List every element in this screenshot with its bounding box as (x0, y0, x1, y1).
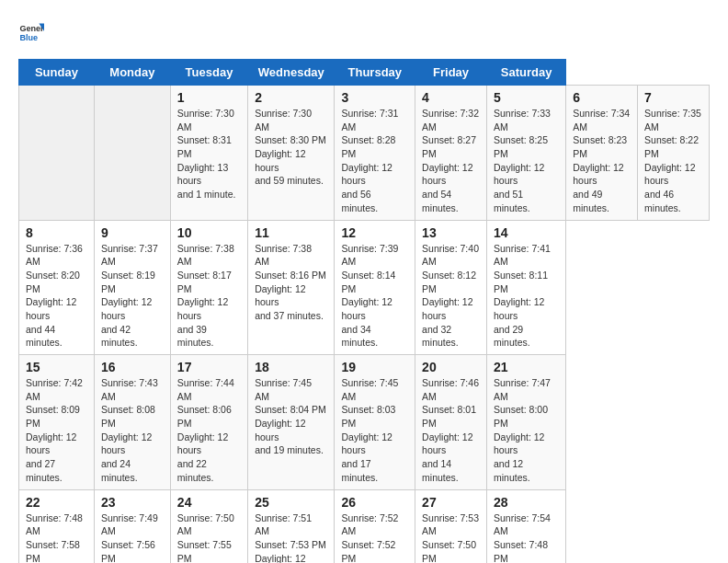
day-info: Sunrise: 7:42 AM Sunset: 8:09 PM Dayligh… (26, 376, 87, 485)
calendar-cell: 18 Sunrise: 7:45 AM Sunset: 8:04 PM Dayl… (248, 355, 335, 490)
calendar-cell: 5 Sunrise: 7:33 AM Sunset: 8:25 PM Dayli… (487, 86, 566, 221)
day-number: 13 (422, 225, 480, 240)
weekday-header-monday: Monday (94, 60, 170, 86)
day-info: Sunrise: 7:38 AM Sunset: 8:16 PM Dayligh… (255, 242, 327, 323)
calendar-cell: 4 Sunrise: 7:32 AM Sunset: 8:27 PM Dayli… (415, 86, 487, 221)
day-number: 19 (341, 360, 408, 374)
calendar-cell (19, 86, 95, 221)
day-number: 17 (177, 360, 241, 374)
day-info: Sunrise: 7:50 AM Sunset: 7:55 PM Dayligh… (177, 511, 241, 564)
calendar-cell: 7 Sunrise: 7:35 AM Sunset: 8:22 PM Dayli… (638, 86, 710, 221)
logo-icon: General Blue (18, 18, 44, 44)
day-info: Sunrise: 7:48 AM Sunset: 7:58 PM Dayligh… (26, 511, 87, 564)
day-number: 18 (255, 360, 327, 374)
calendar-cell: 25 Sunrise: 7:51 AM Sunset: 7:53 PM Dayl… (248, 489, 335, 563)
day-number: 14 (494, 225, 559, 240)
day-info: Sunrise: 7:33 AM Sunset: 8:25 PM Dayligh… (494, 107, 559, 215)
day-info: Sunrise: 7:45 AM Sunset: 8:04 PM Dayligh… (255, 376, 327, 457)
calendar-cell: 26 Sunrise: 7:52 AM Sunset: 7:52 PM Dayl… (335, 489, 415, 563)
calendar-cell: 24 Sunrise: 7:50 AM Sunset: 7:55 PM Dayl… (170, 489, 247, 563)
day-number: 20 (422, 360, 480, 374)
weekday-header-tuesday: Tuesday (170, 60, 247, 86)
day-info: Sunrise: 7:30 AM Sunset: 8:31 PM Dayligh… (177, 107, 241, 201)
day-info: Sunrise: 7:46 AM Sunset: 8:01 PM Dayligh… (422, 376, 480, 485)
calendar-cell: 9 Sunrise: 7:37 AM Sunset: 8:19 PM Dayli… (94, 220, 170, 355)
day-number: 12 (341, 225, 408, 240)
calendar-cell: 1 Sunrise: 7:30 AM Sunset: 8:31 PM Dayli… (170, 86, 247, 221)
day-number: 22 (26, 495, 87, 510)
day-info: Sunrise: 7:52 AM Sunset: 7:52 PM Dayligh… (341, 511, 408, 564)
day-number: 25 (255, 495, 327, 510)
calendar-cell: 12 Sunrise: 7:39 AM Sunset: 8:14 PM Dayl… (335, 220, 415, 355)
calendar-cell: 3 Sunrise: 7:31 AM Sunset: 8:28 PM Dayli… (335, 86, 415, 221)
day-info: Sunrise: 7:37 AM Sunset: 8:19 PM Dayligh… (101, 242, 164, 350)
calendar-cell (94, 86, 170, 221)
calendar-cell: 28 Sunrise: 7:54 AM Sunset: 7:48 PM Dayl… (487, 489, 566, 563)
day-number: 24 (177, 495, 241, 510)
calendar-cell: 20 Sunrise: 7:46 AM Sunset: 8:01 PM Dayl… (415, 355, 487, 490)
calendar-cell: 8 Sunrise: 7:36 AM Sunset: 8:20 PM Dayli… (19, 220, 95, 355)
weekday-header-friday: Friday (415, 60, 487, 86)
calendar-cell: 13 Sunrise: 7:40 AM Sunset: 8:12 PM Dayl… (415, 220, 487, 355)
day-info: Sunrise: 7:51 AM Sunset: 7:53 PM Dayligh… (255, 511, 327, 564)
weekday-header-thursday: Thursday (335, 60, 415, 86)
day-number: 3 (341, 90, 408, 105)
day-info: Sunrise: 7:47 AM Sunset: 8:00 PM Dayligh… (494, 376, 559, 485)
weekday-header-sunday: Sunday (19, 60, 95, 86)
day-number: 8 (26, 225, 87, 240)
day-info: Sunrise: 7:45 AM Sunset: 8:03 PM Dayligh… (341, 376, 408, 485)
calendar-cell: 14 Sunrise: 7:41 AM Sunset: 8:11 PM Dayl… (487, 220, 566, 355)
calendar-week-1: 1 Sunrise: 7:30 AM Sunset: 8:31 PM Dayli… (19, 86, 710, 221)
calendar-table: SundayMondayTuesdayWednesdayThursdayFrid… (18, 59, 710, 563)
day-number: 4 (422, 90, 480, 105)
day-info: Sunrise: 7:34 AM Sunset: 8:23 PM Dayligh… (573, 107, 631, 215)
calendar-cell: 15 Sunrise: 7:42 AM Sunset: 8:09 PM Dayl… (19, 355, 95, 490)
calendar-cell: 19 Sunrise: 7:45 AM Sunset: 8:03 PM Dayl… (335, 355, 415, 490)
day-info: Sunrise: 7:35 AM Sunset: 8:22 PM Dayligh… (644, 107, 702, 215)
calendar-week-3: 15 Sunrise: 7:42 AM Sunset: 8:09 PM Dayl… (19, 355, 710, 490)
day-number: 11 (255, 225, 327, 240)
day-number: 9 (101, 225, 164, 240)
calendar-week-4: 22 Sunrise: 7:48 AM Sunset: 7:58 PM Dayl… (19, 489, 710, 563)
calendar-cell: 27 Sunrise: 7:53 AM Sunset: 7:50 PM Dayl… (415, 489, 487, 563)
calendar-cell: 10 Sunrise: 7:38 AM Sunset: 8:17 PM Dayl… (170, 220, 247, 355)
calendar-cell: 17 Sunrise: 7:44 AM Sunset: 8:06 PM Dayl… (170, 355, 247, 490)
calendar-cell: 22 Sunrise: 7:48 AM Sunset: 7:58 PM Dayl… (19, 489, 95, 563)
day-number: 16 (101, 360, 164, 374)
weekday-header-saturday: Saturday (487, 60, 566, 86)
weekday-header-wednesday: Wednesday (248, 60, 335, 86)
day-info: Sunrise: 7:44 AM Sunset: 8:06 PM Dayligh… (177, 376, 241, 485)
day-info: Sunrise: 7:49 AM Sunset: 7:56 PM Dayligh… (101, 511, 164, 564)
day-number: 23 (101, 495, 164, 510)
day-info: Sunrise: 7:36 AM Sunset: 8:20 PM Dayligh… (26, 242, 87, 350)
day-info: Sunrise: 7:43 AM Sunset: 8:08 PM Dayligh… (101, 376, 164, 485)
day-number: 1 (177, 90, 241, 105)
day-info: Sunrise: 7:39 AM Sunset: 8:14 PM Dayligh… (341, 242, 408, 350)
calendar-cell: 23 Sunrise: 7:49 AM Sunset: 7:56 PM Dayl… (94, 489, 170, 563)
day-info: Sunrise: 7:32 AM Sunset: 8:27 PM Dayligh… (422, 107, 480, 215)
calendar-cell: 21 Sunrise: 7:47 AM Sunset: 8:00 PM Dayl… (487, 355, 566, 490)
day-info: Sunrise: 7:53 AM Sunset: 7:50 PM Dayligh… (422, 511, 480, 564)
calendar-week-2: 8 Sunrise: 7:36 AM Sunset: 8:20 PM Dayli… (19, 220, 710, 355)
day-info: Sunrise: 7:54 AM Sunset: 7:48 PM Dayligh… (494, 511, 559, 564)
logo: General Blue (18, 18, 48, 44)
day-number: 26 (341, 495, 408, 510)
day-info: Sunrise: 7:40 AM Sunset: 8:12 PM Dayligh… (422, 242, 480, 350)
day-number: 27 (422, 495, 480, 510)
calendar-cell: 11 Sunrise: 7:38 AM Sunset: 8:16 PM Dayl… (248, 220, 335, 355)
calendar-cell: 16 Sunrise: 7:43 AM Sunset: 8:08 PM Dayl… (94, 355, 170, 490)
day-number: 15 (26, 360, 87, 374)
day-info: Sunrise: 7:31 AM Sunset: 8:28 PM Dayligh… (341, 107, 408, 215)
day-number: 2 (255, 90, 327, 105)
day-info: Sunrise: 7:38 AM Sunset: 8:17 PM Dayligh… (177, 242, 241, 350)
calendar-cell: 6 Sunrise: 7:34 AM Sunset: 8:23 PM Dayli… (566, 86, 638, 221)
day-number: 10 (177, 225, 241, 240)
day-info: Sunrise: 7:41 AM Sunset: 8:11 PM Dayligh… (494, 242, 559, 350)
calendar-cell: 2 Sunrise: 7:30 AM Sunset: 8:30 PM Dayli… (248, 86, 335, 221)
day-number: 6 (573, 90, 631, 105)
day-number: 7 (644, 90, 702, 105)
svg-text:Blue: Blue (19, 33, 38, 42)
header: General Blue (18, 18, 710, 44)
day-number: 28 (494, 495, 559, 510)
day-number: 21 (494, 360, 559, 374)
